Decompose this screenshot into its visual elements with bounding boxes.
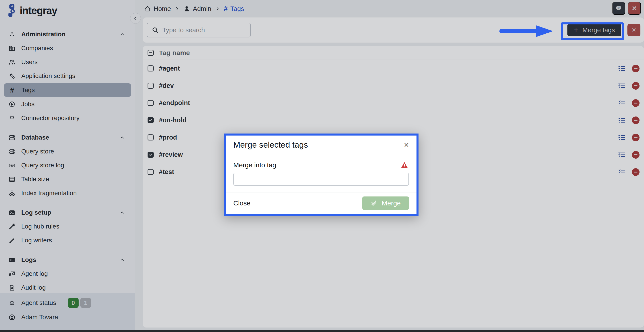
modal-close-icon[interactable]: ×: [404, 141, 409, 149]
window-bottom-edge: [0, 330, 644, 332]
modal-merge-button[interactable]: Merge: [362, 196, 409, 210]
app-window: integray Administration Companies Users …: [0, 0, 644, 332]
merge-tags-modal: Merge selected tags × Merge into tag Clo…: [224, 134, 418, 216]
modal-footer: Close Merge: [226, 192, 416, 214]
merge-into-tag-input[interactable]: [233, 173, 409, 186]
double-check-icon: [370, 200, 378, 207]
modal-body: Merge into tag: [226, 154, 416, 186]
merge-into-tag-label: Merge into tag: [233, 161, 276, 169]
modal-close-button[interactable]: Close: [233, 199, 250, 207]
warning-icon: [400, 161, 409, 169]
modal-title: Merge selected tags: [233, 140, 308, 150]
modal-header: Merge selected tags ×: [226, 136, 416, 154]
